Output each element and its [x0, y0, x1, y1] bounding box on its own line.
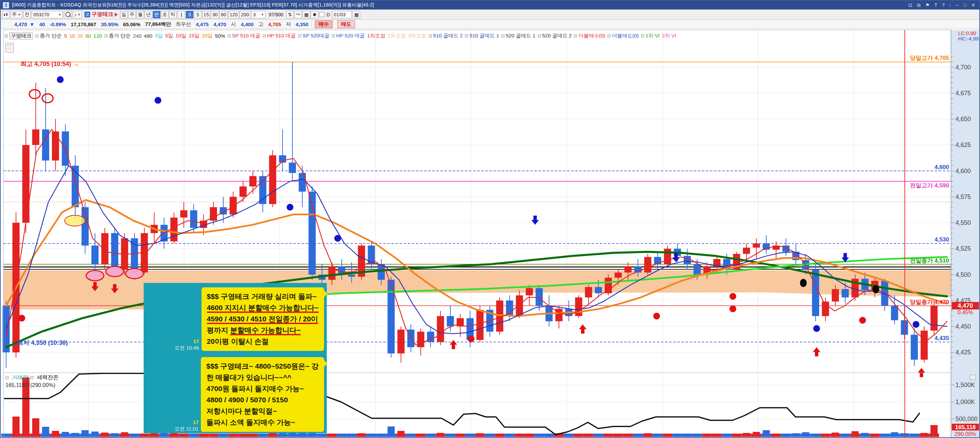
legend-item[interactable]: 3차조정 [408, 33, 426, 39]
legend-item[interactable]: 50% [215, 33, 225, 39]
legend-square [228, 34, 231, 37]
legend-item[interactable]: 10 [70, 33, 75, 39]
legend-item[interactable]: 120 [94, 33, 102, 39]
legend-item[interactable]: 1차조정 [367, 33, 385, 39]
legend-item[interactable]: HP 520 데골 [332, 33, 365, 39]
pink-signal-ellipse [86, 271, 104, 281]
indicator-legend: 구영테크종가 단순5102060120종가 단순2404803일5일10일15일… [5, 32, 948, 40]
legend-item[interactable]: 10일 [176, 33, 186, 39]
legend-label: 3일 [155, 33, 163, 39]
svg-text:165,118: 165,118 [955, 424, 976, 430]
legend-item[interactable]: 더블매도(0) [608, 33, 639, 39]
svg-text:0.45%: 0.45% [958, 309, 973, 315]
pink-signal-ellipse [126, 268, 143, 279]
chat-overlay: 17오전 10:46$$$ 구영테크 거래량 실리며 돌파~4600 지지시 분… [144, 283, 327, 433]
legend-label: 50% [215, 33, 225, 39]
legend-item[interactable]: 2차 VI [662, 33, 676, 39]
black-dot-signal [872, 285, 879, 293]
level-label: 당일종가 4,470 [910, 299, 949, 305]
level-label: 4,435 [934, 335, 949, 341]
legend-square [429, 34, 432, 37]
legend-label: 구영테크 [9, 32, 33, 40]
legend-item[interactable]: 15일 [189, 33, 199, 39]
legend-item[interactable]: 60 [86, 33, 91, 39]
blue-dot-signal [913, 321, 920, 328]
legend-label: 20 [77, 33, 83, 39]
legend-item[interactable]: 20일 [202, 33, 213, 39]
legend-item[interactable]: 480 [144, 33, 153, 39]
svg-text:4,470: 4,470 [958, 302, 973, 309]
legend-item[interactable]: 5 [64, 33, 67, 39]
legend-item[interactable]: 520 골데드 1 [501, 33, 535, 39]
legend-item[interactable]: 510 골데드 2 [429, 33, 463, 39]
price-tick-label: 4,500 [956, 271, 971, 278]
legend-item[interactable]: 20 [77, 33, 83, 39]
legend-label: 480 [144, 33, 153, 39]
legend-item[interactable]: 더블매수(0) [574, 33, 605, 39]
lc-value: LC:0,90 [958, 30, 978, 36]
blue-dot-signal [334, 235, 341, 242]
legend-label: 10 [70, 33, 75, 39]
price-tick-label: 4,425 [956, 349, 971, 356]
blue-dot-signal [154, 97, 161, 104]
chat-message-row: 17오전 11:01$$$ 구영테크~ 4800~5250원은~ 강한 매물대가… [147, 357, 324, 432]
legend-label: 520 골데드 1 [506, 33, 535, 39]
price-tick-label: 4,650 [956, 116, 971, 122]
pane-corner-icon[interactable] [970, 375, 976, 380]
legend-label: SP 510 데골 [232, 33, 260, 39]
blue-dot-signal [286, 204, 293, 211]
legend-label: SP 520데골 [302, 33, 329, 39]
legend-square [332, 34, 335, 37]
price-tick-label: 4,550 [956, 219, 971, 226]
legend-label: 더블매수(0) [578, 33, 605, 39]
legend-item[interactable]: SP 510 데골 [228, 33, 260, 39]
chat-bubble: $$$ 구영테크~ 4800~5250원은~ 강한 매물대가 있습니다~~^^4… [201, 357, 324, 432]
legend-label: 더블매도(0) [612, 33, 639, 39]
legend-label: 5일 [165, 33, 173, 39]
level-label: 4,600 [934, 164, 949, 170]
level-label: 전일고가 4,590 [910, 182, 949, 189]
legend-square [465, 34, 468, 37]
volume-tick-label: 1,000K [956, 398, 975, 405]
session-low-note: ←최저 4,350 (10:36) [11, 340, 68, 346]
legend-label: 60 [86, 33, 91, 39]
chat-message-meta: 17오전 10:46 [175, 338, 199, 351]
legend-item[interactable]: HP 510 데골 [263, 33, 296, 39]
legend-label: 1차조정 [367, 33, 385, 39]
strength-label: 세력잔존 [37, 374, 59, 381]
yellow-highlight-ellipse [65, 215, 85, 226]
blue-dot-signal [57, 76, 64, 83]
legend-label: 240 [133, 33, 142, 39]
legend-item[interactable]: 종가 단순 [35, 33, 62, 39]
legend-square [105, 34, 108, 37]
legend-item[interactable]: 5일 [165, 33, 173, 39]
legend-item[interactable]: 구영테크 [5, 32, 33, 40]
legend-item[interactable]: 510 골데드 1 [465, 33, 499, 39]
legend-label: 종가 단순 [109, 33, 131, 39]
level-label: 당일고가 4,705 [910, 55, 949, 61]
legend-square [608, 34, 611, 37]
price-tick-label: 4,450 [956, 323, 971, 330]
legend-item[interactable]: SP 520데골 [298, 33, 329, 39]
legend-item[interactable]: 520 골데드 2 [538, 33, 572, 39]
price-tick-label: 4,675 [956, 90, 971, 97]
volume-legend: 거래량 세력잔존 165,118주(290.00%) [5, 374, 59, 389]
legend-item[interactable]: 1차 VI [641, 33, 660, 39]
red-dot-signal [729, 305, 736, 312]
legend-item[interactable]: 3일 [155, 33, 163, 39]
level-label: 전일종가 4,510 [910, 257, 949, 264]
legend-square [5, 376, 8, 379]
unread-count: 17 [175, 338, 199, 344]
legend-item[interactable]: 종가 단순 [105, 33, 131, 39]
legend-item[interactable]: 240 [133, 33, 142, 39]
chat-bubble: $$$ 구영테크 거래량 실리며 돌파~4600 지지시 분할매수 가능합니다~… [202, 287, 324, 351]
volume-tick-label: 1,500K [956, 382, 975, 388]
legend-label: 120 [94, 33, 102, 39]
legend-square [5, 34, 8, 37]
legend-label: 10일 [176, 33, 186, 39]
data-grid-icon[interactable] [5, 43, 14, 52]
legend-square [538, 34, 541, 37]
legend-item[interactable]: 2차조정 [388, 33, 406, 39]
red-dot-signal [468, 336, 474, 343]
legend-square [263, 34, 266, 37]
